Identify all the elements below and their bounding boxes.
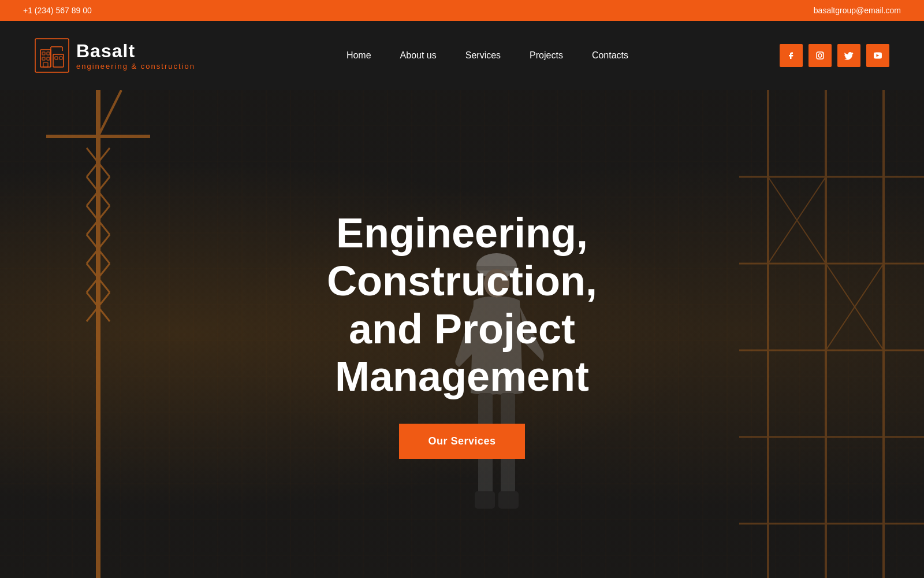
email-address: basaltgroup@email.com: [814, 6, 901, 15]
facebook-button[interactable]: [780, 44, 803, 67]
nav-links: Home About us Services Projects Contacts: [346, 50, 628, 61]
facebook-icon: [786, 50, 796, 61]
navbar: Basalt engineering & construction Home A…: [0, 21, 924, 90]
instagram-icon: [815, 50, 825, 61]
twitter-icon: [844, 50, 854, 61]
our-services-button[interactable]: Our Services: [399, 424, 524, 459]
svg-rect-2: [53, 54, 64, 67]
twitter-button[interactable]: [837, 44, 860, 67]
svg-point-15: [822, 53, 822, 53]
svg-rect-48: [475, 491, 495, 509]
svg-rect-3: [42, 52, 45, 55]
nav-item-about[interactable]: About us: [400, 50, 437, 61]
hero-section: Engineering, Construction, and Project M…: [0, 90, 924, 578]
crane-decoration: [46, 90, 150, 578]
instagram-button[interactable]: [808, 44, 832, 67]
svg-rect-8: [59, 57, 62, 60]
nav-item-contacts[interactable]: Contacts: [592, 50, 628, 61]
logo-tagline: engineering & construction: [76, 62, 195, 71]
svg-rect-49: [498, 491, 519, 509]
phone-number: +1 (234) 567 89 00: [23, 6, 92, 15]
logo-brand-name: Basalt: [76, 40, 195, 62]
logo: Basalt engineering & construction: [35, 38, 195, 73]
svg-rect-4: [47, 52, 50, 55]
svg-rect-9: [43, 62, 48, 67]
youtube-button[interactable]: [866, 44, 889, 67]
nav-item-services[interactable]: Services: [465, 50, 501, 61]
svg-line-30: [98, 90, 121, 136]
hero-title: Engineering, Construction, and Project M…: [225, 209, 699, 401]
svg-rect-6: [47, 57, 50, 60]
svg-point-14: [818, 54, 822, 57]
logo-text: Basalt engineering & construction: [76, 40, 195, 71]
scaffolding-decoration: [739, 90, 924, 578]
youtube-icon: [873, 50, 883, 61]
top-bar: +1 (234) 567 89 00 basaltgroup@email.com: [0, 0, 924, 21]
svg-rect-5: [42, 57, 45, 60]
social-icons: [780, 44, 889, 67]
nav-item-projects[interactable]: Projects: [530, 50, 563, 61]
svg-rect-7: [55, 57, 58, 60]
hero-content: Engineering, Construction, and Project M…: [225, 209, 699, 459]
nav-item-home[interactable]: Home: [346, 50, 371, 61]
logo-icon: [35, 38, 69, 73]
